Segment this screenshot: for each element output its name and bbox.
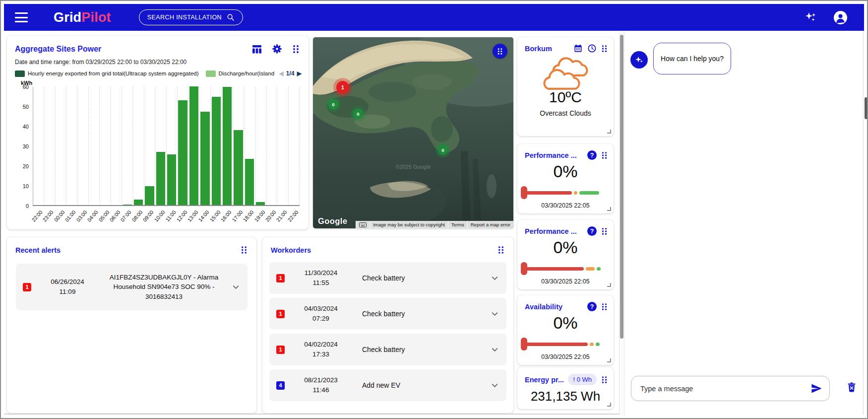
dashboard-scrollbar-thumb[interactable] (620, 35, 623, 339)
chart-title: Aggregate Sites Power (15, 45, 252, 54)
chevron-down-icon[interactable] (231, 282, 241, 292)
workorder-list-item[interactable]: 104/03/202407:29Check battery (269, 298, 506, 330)
resize-corner-icon[interactable] (607, 130, 611, 134)
workorder-date: 08/21/2023 (292, 375, 350, 385)
map-marker-cluster[interactable]: 0 (438, 145, 448, 155)
slider-thumb[interactable] (521, 262, 527, 275)
x-axis-tick-label: 22:00 (30, 209, 43, 223)
menu-icon[interactable] (15, 12, 28, 22)
x-axis-slot: 04:00 (88, 206, 99, 229)
help-icon[interactable] (587, 302, 597, 311)
resize-corner-icon[interactable] (607, 283, 611, 287)
resize-corner-icon[interactable] (607, 403, 611, 407)
chart-type-icon[interactable] (252, 44, 262, 54)
chevron-down-icon[interactable] (490, 309, 499, 319)
drag-handle-icon[interactable] (601, 45, 608, 53)
performance-card-1: Performance ... 0% 03/30/2025 22:05 (517, 144, 614, 213)
kpi-slider[interactable] (522, 338, 608, 350)
chat-message-input[interactable] (640, 385, 810, 393)
alert-date: 06/26/2024 (38, 277, 97, 287)
map-report-error-link[interactable]: Report a map error (467, 221, 513, 228)
chart-bar[interactable] (123, 205, 132, 206)
workorder-priority-badge: 4 (276, 381, 285, 390)
map-marker-cluster[interactable]: 0 (328, 99, 339, 110)
workorder-task: Check battery (350, 274, 490, 282)
chart-bar[interactable] (189, 86, 198, 205)
x-axis-tick-label: 10:00 (153, 209, 166, 223)
legend-prev-icon[interactable] (279, 70, 283, 76)
kpi-title[interactable]: Availability (525, 303, 583, 311)
chart-plot: 0102030405060 22:0023:0000:0001:0003:000… (18, 87, 300, 229)
slider-thumb[interactable] (521, 338, 527, 350)
workorder-datetime: 08/21/202311:46 (292, 375, 350, 395)
drag-handle-icon[interactable] (292, 45, 300, 54)
kpi-slider[interactable] (522, 186, 608, 199)
chart-bar-slot (244, 87, 255, 205)
legend-next-icon[interactable] (297, 70, 302, 76)
slider-thumb[interactable] (521, 186, 527, 199)
chart-bar[interactable] (178, 100, 187, 205)
alert-list-item[interactable]: 106/26/202411:09AI1FBZ4SZ3UDBAKGJL0Y - A… (16, 264, 248, 310)
chevron-down-icon[interactable] (490, 381, 499, 390)
workorder-list-item[interactable]: 408/21/202311:46Add new EV (269, 369, 506, 401)
keyboard-shortcuts-icon[interactable] (356, 221, 370, 228)
help-icon[interactable] (587, 226, 597, 236)
x-axis-slot: 22:00 (289, 206, 300, 229)
page-scrollbar[interactable] (863, 31, 868, 415)
workorder-list-item[interactable]: 111/30/202411:55Check battery (269, 262, 506, 294)
chart-bar[interactable] (134, 200, 143, 205)
kpi-title[interactable]: Performance ... (525, 227, 583, 235)
weather-location-link[interactable]: Borkum (525, 45, 569, 53)
chart-bar[interactable] (234, 130, 243, 205)
chart-bar[interactable] (200, 112, 209, 205)
google-logo[interactable]: Google (318, 216, 347, 226)
slider-segment (596, 343, 600, 346)
chart-bar[interactable] (223, 87, 232, 205)
drag-handle-icon[interactable] (241, 246, 248, 254)
ai-sparkle-icon[interactable] (804, 11, 817, 24)
workorder-datetime: 04/02/202417:33 (292, 340, 350, 359)
map-marker-cluster[interactable]: 1 (336, 81, 349, 94)
clear-chat-trash-icon[interactable] (846, 381, 858, 395)
calendar-icon[interactable] (573, 44, 583, 53)
alert-time: 11:09 (38, 287, 97, 297)
chart-bar[interactable] (145, 186, 154, 205)
map-drag-handle[interactable] (493, 44, 507, 59)
resize-corner-icon[interactable] (607, 358, 611, 362)
kpi-title[interactable]: Performance ... (525, 151, 583, 159)
kpi-slider[interactable] (522, 262, 608, 275)
chart-bar[interactable] (167, 154, 176, 205)
drag-handle-icon[interactable] (601, 227, 608, 235)
drag-handle-icon[interactable] (601, 151, 608, 159)
drag-handle-icon[interactable] (601, 303, 608, 311)
assistant-greeting-text: How can I help you? (661, 55, 724, 63)
chart-settings-gear-icon[interactable] (272, 44, 282, 54)
x-axis-tick-label: 22:00 (286, 209, 299, 223)
chevron-down-icon[interactable] (490, 274, 499, 283)
search-installation-button[interactable]: SEARCH INSTALLATION (139, 9, 243, 25)
account-icon[interactable] (834, 11, 847, 24)
help-icon[interactable] (587, 150, 597, 160)
chart-bar[interactable] (156, 152, 165, 205)
drag-handle-icon[interactable] (601, 376, 608, 384)
send-icon[interactable] (810, 382, 823, 395)
drag-handle-icon[interactable] (497, 246, 504, 254)
clock-icon[interactable] (587, 44, 597, 53)
chart-x-axis: 22:0023:0000:0001:0003:0004:0005:0006:00… (33, 206, 300, 229)
map-card[interactable]: 1000 ©2025 Google Google Image may be su… (313, 37, 513, 228)
resize-corner-icon[interactable] (607, 207, 611, 211)
app-logo[interactable]: GridPilot (54, 10, 111, 25)
map-marker-cluster[interactable]: 0 (353, 109, 364, 119)
workorder-list-item[interactable]: 104/02/202417:33Check battery (269, 334, 506, 365)
chart-bar[interactable] (245, 159, 254, 205)
map-terms-link[interactable]: Terms (448, 221, 467, 228)
chevron-down-icon[interactable] (490, 345, 499, 354)
dashboard-scrollbar[interactable] (619, 31, 624, 415)
page-scrollbar-thumb[interactable] (865, 97, 868, 119)
chart-bar-slot (167, 87, 178, 205)
x-axis-slot: 11:00 (166, 206, 177, 229)
energy-title[interactable]: Energy pr... (525, 376, 563, 384)
chart-bar-slot (266, 87, 277, 205)
chart-bar[interactable] (256, 202, 265, 205)
chart-bar[interactable] (212, 97, 221, 205)
